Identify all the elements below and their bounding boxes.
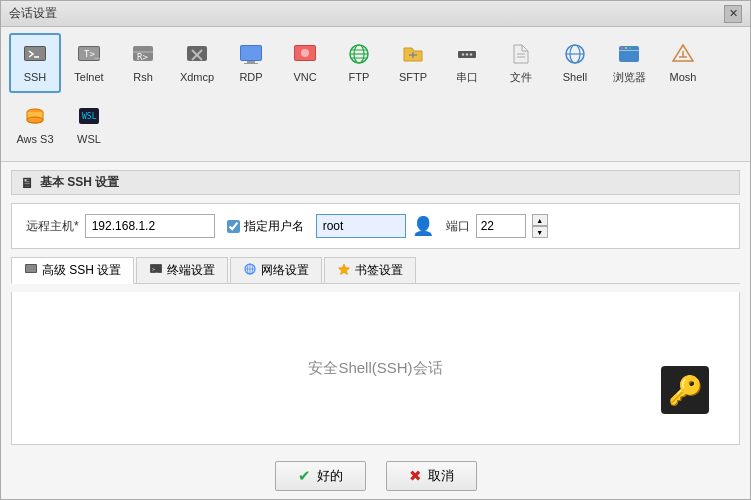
toolbar-item-sftp[interactable]: SFTP <box>387 33 439 93</box>
svg-point-44 <box>27 117 43 123</box>
network-tab-icon <box>243 262 257 279</box>
xdmcp-icon <box>185 43 209 69</box>
toolbar-item-shell[interactable]: Shell <box>549 33 601 93</box>
settings-tab-panel: 安全Shell(SSH)会话 🔑 <box>11 292 740 445</box>
username-checkbox-text: 指定用户名 <box>244 218 304 235</box>
username-input[interactable] <box>316 214 406 238</box>
port-spinner: ▲ ▼ <box>532 214 548 238</box>
terminal-tab-icon: >_ <box>149 262 163 279</box>
ok-icon: ✔ <box>298 467 311 485</box>
ssh-label: SSH <box>24 71 47 84</box>
tab-network[interactable]: 网络设置 <box>230 257 322 283</box>
toolbar-item-mosh[interactable]: Mosh <box>657 33 709 93</box>
port-label: 端口 <box>446 218 470 235</box>
svg-rect-9 <box>187 46 207 61</box>
ftp-label: FTP <box>349 71 370 84</box>
svg-point-37 <box>621 47 623 49</box>
awss3-icon <box>23 105 47 131</box>
key-icon[interactable]: 🔑 <box>661 366 709 414</box>
settings-tab-bar: 高级 SSH 设置>_终端设置网络设置书签设置 <box>11 257 740 284</box>
basic-settings-panel: 远程主机* 指定用户名 👤 端口 ▲ ▼ <box>11 203 740 249</box>
tab-terminal[interactable]: >_终端设置 <box>136 257 228 283</box>
file-icon <box>509 43 533 69</box>
port-decrement[interactable]: ▼ <box>532 226 548 238</box>
toolbar-item-wsl[interactable]: WSLWSL <box>63 95 115 155</box>
footer: ✔ 好的 ✖ 取消 <box>1 453 750 499</box>
svg-rect-36 <box>619 50 639 51</box>
basic-section-header: 🖥 基本 SSH 设置 <box>11 170 740 195</box>
browser-icon <box>617 43 641 69</box>
file-label: 文件 <box>510 71 532 84</box>
toolbar-item-serial[interactable]: 串口 <box>441 33 493 93</box>
svg-point-18 <box>301 49 309 57</box>
svg-rect-48 <box>26 265 36 272</box>
key-symbol: 🔑 <box>668 374 703 407</box>
telnet-icon: T>_ <box>77 43 101 69</box>
cancel-button[interactable]: ✖ 取消 <box>386 461 477 491</box>
title-bar: 会话设置 ✕ <box>1 1 750 27</box>
vnc-icon <box>293 43 317 69</box>
cancel-label: 取消 <box>428 467 454 485</box>
toolbar-item-vnc[interactable]: VNC <box>279 33 331 93</box>
advanced-tab-icon <box>24 262 38 279</box>
ok-button[interactable]: ✔ 好的 <box>275 461 366 491</box>
toolbar-item-browser[interactable]: 浏览器 <box>603 33 655 93</box>
panel-text: 安全Shell(SSH)会话 <box>308 359 442 378</box>
port-increment[interactable]: ▲ <box>532 214 548 226</box>
basic-section-title: 基本 SSH 设置 <box>40 174 119 191</box>
svg-marker-56 <box>339 264 350 275</box>
close-button[interactable]: ✕ <box>724 5 742 23</box>
section-icon: 🖥 <box>20 175 34 191</box>
ssh-icon <box>23 43 47 69</box>
svg-text:T>_: T>_ <box>84 49 101 59</box>
shell-label: Shell <box>563 71 587 84</box>
svg-text:>_: >_ <box>152 266 159 273</box>
serial-label: 串口 <box>456 71 478 84</box>
telnet-label: Telnet <box>74 71 103 84</box>
svg-point-28 <box>466 54 468 56</box>
toolbar-item-rdp[interactable]: RDP <box>225 33 277 93</box>
svg-rect-1 <box>25 47 45 60</box>
host-label: 远程主机* <box>26 218 79 235</box>
network-tab-label: 网络设置 <box>261 262 309 279</box>
advanced-tab-label: 高级 SSH 设置 <box>42 262 121 279</box>
bookmark-tab-icon <box>337 262 351 279</box>
svg-point-39 <box>629 47 631 49</box>
toolbar-item-ssh[interactable]: SSH <box>9 33 61 93</box>
shell-icon <box>563 43 587 69</box>
tab-advanced[interactable]: 高级 SSH 设置 <box>11 257 134 284</box>
svg-point-27 <box>462 54 464 56</box>
svg-rect-15 <box>244 63 258 64</box>
wsl-icon: WSL <box>77 105 101 131</box>
user-icon[interactable]: 👤 <box>412 215 434 237</box>
mosh-label: Mosh <box>670 71 697 84</box>
username-checkbox[interactable] <box>227 220 240 233</box>
port-field-group: 端口 ▲ ▼ <box>446 214 548 238</box>
username-checkbox-label[interactable]: 指定用户名 <box>227 218 304 235</box>
host-input[interactable] <box>85 214 215 238</box>
vnc-label: VNC <box>293 71 316 84</box>
rsh-label: Rsh <box>133 71 153 84</box>
rdp-icon <box>239 43 263 69</box>
toolbar-item-xdmcp[interactable]: Xdmcp <box>171 33 223 93</box>
browser-label: 浏览器 <box>613 71 646 84</box>
toolbar-item-file[interactable]: 文件 <box>495 33 547 93</box>
svg-rect-13 <box>241 46 261 60</box>
toolbar-item-ftp[interactable]: FTP <box>333 33 385 93</box>
serial-icon <box>455 43 479 69</box>
tab-bookmark[interactable]: 书签设置 <box>324 257 416 283</box>
svg-rect-14 <box>247 61 255 63</box>
terminal-tab-label: 终端设置 <box>167 262 215 279</box>
username-field-group: 👤 <box>316 214 434 238</box>
awss3-label: Aws S3 <box>16 133 53 146</box>
ok-label: 好的 <box>317 467 343 485</box>
toolbar-item-awss3[interactable]: Aws S3 <box>9 95 61 155</box>
toolbar-item-rsh[interactable]: R>Rsh <box>117 33 169 93</box>
window-title: 会话设置 <box>9 5 57 22</box>
port-input[interactable] <box>476 214 526 238</box>
wsl-label: WSL <box>77 133 101 146</box>
main-window: 会话设置 ✕ SSHT>_TelnetR>RshXdmcpRDPVNCFTPSF… <box>0 0 751 500</box>
sftp-label: SFTP <box>399 71 427 84</box>
svg-text:WSL: WSL <box>82 112 97 121</box>
toolbar-item-telnet[interactable]: T>_Telnet <box>63 33 115 93</box>
